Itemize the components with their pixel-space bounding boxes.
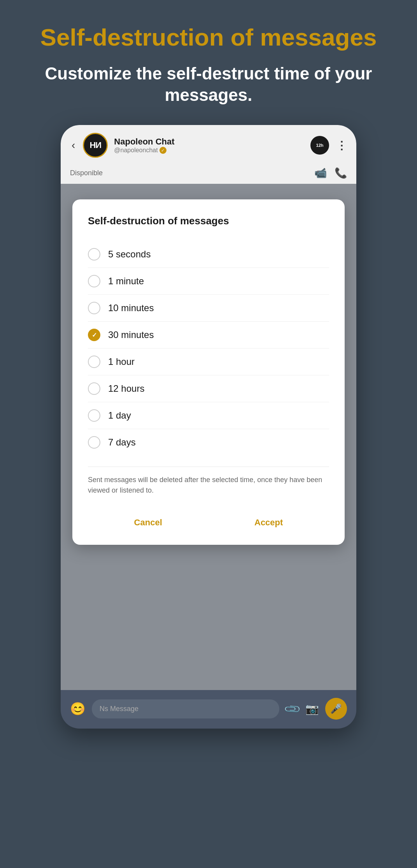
option-5-seconds[interactable]: 5 seconds (88, 241, 329, 268)
radio-1m[interactable] (88, 275, 100, 287)
option-10-minutes[interactable]: 10 minutes (88, 295, 329, 321)
dialog-info-text: Sent messages will be deleted after the … (88, 467, 329, 496)
back-button[interactable]: ‹ (70, 137, 77, 153)
radio-12h[interactable] (88, 382, 100, 395)
attach-button[interactable]: 📎 (283, 699, 301, 718)
label-5s: 5 seconds (108, 249, 151, 260)
radio-1h[interactable] (88, 356, 100, 368)
page-subtitle: Customize the self-destruct time of your… (8, 63, 409, 106)
self-destruction-dialog: Self-destruction of messages 5 seconds 1… (72, 199, 345, 545)
message-bar: 😊 Ns Message 📎 📷 🎤 (61, 690, 356, 727)
radio-5s[interactable] (88, 248, 100, 261)
accept-button[interactable]: Accept (239, 513, 298, 532)
label-12h: 12 hours (108, 383, 144, 394)
label-1m: 1 minute (108, 276, 144, 287)
camera-button[interactable]: 📷 (305, 702, 319, 715)
verified-badge: ✓ (159, 147, 166, 154)
option-1-hour[interactable]: 1 hour (88, 349, 329, 375)
avatar: НИ (83, 133, 108, 158)
handle-text: @napoleonchat (114, 147, 158, 154)
video-call-button[interactable]: 📹 (314, 167, 327, 179)
option-1-minute[interactable]: 1 minute (88, 268, 329, 294)
option-1-day[interactable]: 1 day (88, 402, 329, 429)
dialog-title: Self-destruction of messages (88, 215, 329, 227)
radio-1d[interactable] (88, 409, 100, 422)
status-text: Disponible (70, 169, 103, 177)
label-30m: 30 minutes (108, 329, 154, 340)
chat-name: Napoleon Chat (114, 137, 304, 147)
label-1h: 1 hour (108, 356, 135, 367)
radio-30m[interactable] (88, 329, 100, 341)
cancel-button[interactable]: Cancel (119, 513, 178, 532)
voice-call-button[interactable]: 📞 (335, 167, 347, 179)
chat-handle: @napoleonchat ✓ (114, 147, 304, 154)
chat-info: Napoleon Chat @napoleonchat ✓ (114, 137, 304, 154)
timer-label: 12h (316, 143, 324, 148)
option-12-hours[interactable]: 12 hours (88, 375, 329, 402)
option-7-days[interactable]: 7 days (88, 429, 329, 456)
overlay-area: Self-destruction of messages 5 seconds 1… (61, 184, 356, 690)
phone-frame: ‹ НИ Napoleon Chat @napoleonchat ✓ 12h ⋮… (61, 125, 356, 729)
timer-button[interactable]: 12h (310, 136, 329, 155)
more-options-button[interactable]: ⋮ (336, 139, 347, 152)
status-icons: 📹 📞 (314, 167, 347, 179)
radio-7d[interactable] (88, 436, 100, 449)
label-10m: 10 minutes (108, 303, 154, 313)
label-1d: 1 day (108, 410, 131, 421)
label-7d: 7 days (108, 437, 136, 448)
message-input[interactable]: Ns Message (92, 699, 279, 718)
status-bar: Disponible 📹 📞 (61, 164, 356, 184)
mic-button[interactable]: 🎤 (325, 698, 347, 720)
radio-10m[interactable] (88, 302, 100, 314)
header-actions: 12h ⋮ (310, 136, 347, 155)
avatar-letters: НИ (89, 140, 101, 150)
option-30-minutes[interactable]: 30 minutes (88, 322, 329, 348)
dialog-actions: Cancel Accept (88, 507, 329, 532)
chat-header: ‹ НИ Napoleon Chat @napoleonchat ✓ 12h ⋮ (61, 125, 356, 164)
page-title: Self-destruction of messages (40, 23, 377, 51)
emoji-button[interactable]: 😊 (70, 701, 86, 716)
